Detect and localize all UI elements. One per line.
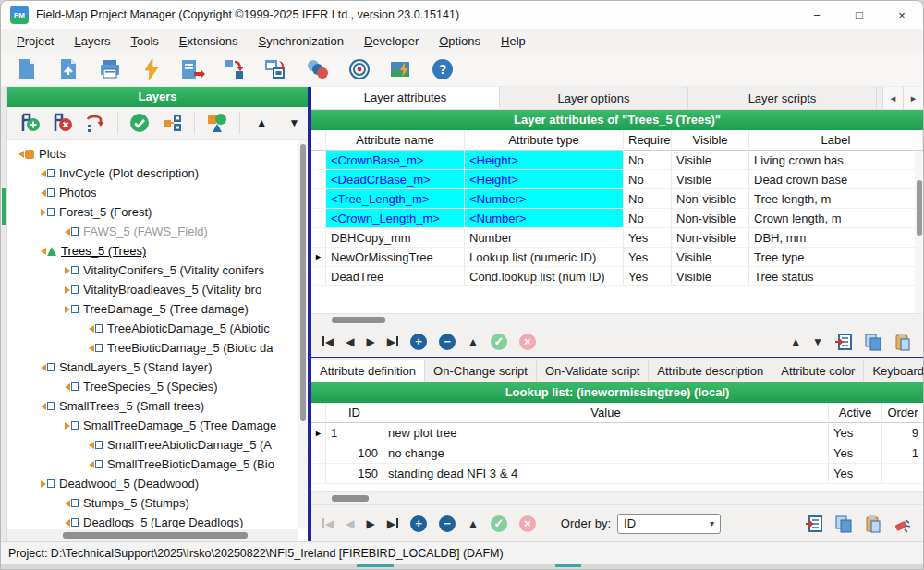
cancel-record-button[interactable]: ×	[519, 334, 536, 350]
first-record-button[interactable]: ◀	[322, 335, 334, 348]
tab-layer-options[interactable]: Layer options	[500, 87, 688, 109]
run-button[interactable]	[139, 56, 164, 82]
tree-vertical-scrollbar[interactable]	[298, 140, 308, 528]
copy-layers-button[interactable]	[263, 56, 289, 82]
menu-tools[interactable]: Tools	[121, 31, 169, 51]
menu-synchronization[interactable]: Synchronization	[248, 31, 354, 51]
tree-item-treedamage5[interactable]: TreeDamage_5 (Tree damage)	[7, 299, 298, 319]
export-button[interactable]	[180, 56, 206, 82]
column-attribute-name[interactable]: Attribute name	[326, 130, 465, 151]
column-id[interactable]: ID	[326, 403, 383, 423]
menu-help[interactable]: Help	[491, 31, 536, 51]
scrollbar-thumb[interactable]	[63, 532, 248, 539]
hierarchy-button[interactable]	[159, 110, 186, 136]
tab-on-validate-script[interactable]: On-Validate script	[537, 360, 649, 382]
menu-options[interactable]: Options	[429, 31, 491, 51]
edit-record-button[interactable]: ▲	[468, 335, 479, 348]
attributes-vertical-scrollbar[interactable]	[915, 151, 923, 313]
tab-layer-attributes[interactable]: Layer attributes	[311, 87, 500, 109]
tab-layer-scripts[interactable]: Layer scripts	[688, 87, 877, 109]
scrollbar-thumb[interactable]	[332, 495, 369, 502]
edit-record-button[interactable]: ▲	[468, 517, 479, 530]
tree-item-deadwood5[interactable]: Deadwood_5 (Deadwood)	[7, 474, 298, 493]
lookup-row[interactable]: 150 standing dead NFI 3 & 4 Yes	[311, 464, 923, 484]
add-layer-button[interactable]	[17, 110, 43, 136]
clear-button[interactable]	[894, 515, 912, 533]
post-record-button[interactable]: ✓	[491, 334, 507, 350]
tree-item-smalltrees5[interactable]: SmallTrees_5 (Small trees)	[7, 396, 298, 416]
tree-item-forest5[interactable]: Forest_5 (Forest)	[7, 202, 298, 222]
tree-item-trees5[interactable]: Trees_5 (Trees)	[7, 241, 298, 261]
maximize-button[interactable]: □	[838, 1, 881, 29]
post-record-button[interactable]: ✓	[491, 515, 507, 532]
tree-item-vitalityconifers5[interactable]: VitalityConifers_5 (Vitality conifers	[7, 261, 298, 280]
copy-button[interactable]	[834, 515, 853, 533]
last-record-button[interactable]: ▶	[387, 335, 398, 348]
tree-horizontal-scrollbar[interactable]	[7, 529, 298, 541]
first-record-button[interactable]: ◀	[322, 517, 334, 530]
tree-item-smalltreebioticdamage5[interactable]: SmallTreeBioticDamage_5 (Bio	[7, 455, 298, 474]
open-project-button[interactable]	[55, 56, 81, 82]
move-layer-down-button[interactable]: ▼	[281, 110, 308, 136]
column-required[interactable]: Required	[624, 130, 672, 151]
delete-record-button[interactable]: −	[439, 334, 456, 350]
lookup-row-current[interactable]: ► 1 new plot tree Yes 9	[311, 423, 923, 443]
minimize-button[interactable]: −	[796, 1, 838, 29]
tree-item-smalltreeabioticdamage5[interactable]: SmallTreeAbioticDamage_5 (A	[7, 435, 298, 455]
paste-button[interactable]	[894, 333, 912, 351]
column-label[interactable]: Label	[749, 130, 923, 151]
attributes-horizontal-scrollbar[interactable]	[311, 313, 923, 326]
attribute-row[interactable]: <CrownBase_m> <Height> No Visible Living…	[311, 151, 923, 170]
tree-item-invcycle[interactable]: InvCycle (Plot description)	[7, 164, 298, 183]
scrollbar-thumb[interactable]	[917, 180, 922, 236]
tree-item-faws5[interactable]: FAWS_5 (FAWS_Field)	[7, 222, 298, 241]
tree-item-treespecies5[interactable]: TreeSpecies_5 (Species)	[7, 377, 298, 396]
paste-button[interactable]	[864, 515, 882, 533]
move-attribute-up-button[interactable]: ▲	[790, 335, 801, 348]
tab-on-change-script[interactable]: On-Change script	[425, 360, 537, 382]
menu-layers[interactable]: Layers	[64, 31, 120, 51]
new-project-button[interactable]	[14, 56, 40, 82]
lookup-row[interactable]: 100 no change Yes 1	[311, 443, 923, 464]
column-order[interactable]: Order	[882, 403, 923, 423]
tab-attribute-description[interactable]: Attribute description	[649, 360, 772, 382]
column-visible[interactable]: Visible	[672, 130, 749, 151]
last-record-button[interactable]: ▶	[387, 517, 398, 530]
column-attribute-type[interactable]: Attribute type	[465, 130, 624, 151]
next-record-button[interactable]: ▶	[366, 517, 374, 530]
cancel-record-button[interactable]: ×	[519, 515, 536, 532]
tree-item-plots[interactable]: Plots	[7, 144, 298, 164]
tab-attribute-color[interactable]: Attribute color	[772, 360, 864, 382]
column-active[interactable]: Active	[829, 403, 882, 423]
delete-record-button[interactable]: −	[439, 515, 456, 532]
attribute-row[interactable]: <DeadCrBase_m> <Height> No Visible Dead …	[311, 170, 923, 189]
tab-keyboard[interactable]: Keyboard	[864, 360, 924, 382]
order-by-dropdown[interactable]: ID ▾	[617, 514, 721, 534]
target-button[interactable]	[346, 56, 372, 82]
menu-developer[interactable]: Developer	[354, 31, 429, 51]
legend-button[interactable]	[305, 56, 331, 82]
attribute-row[interactable]: DeadTree Cond.lookup list (num ID) Yes V…	[311, 267, 923, 286]
attribute-row[interactable]: <Tree_Length_m> <Number> No Non-visible …	[311, 189, 923, 209]
tree-item-deadlogs5[interactable]: Deadlogs_5 (Large Deadlogs)	[7, 513, 298, 528]
menu-extensions[interactable]: Extensions	[169, 31, 249, 51]
attribute-row[interactable]: DBHCopy_mm Number Yes Non-visible DBH, m…	[311, 228, 923, 248]
insert-record-button[interactable]: +	[410, 334, 427, 350]
apply-button[interactable]	[127, 110, 153, 136]
transfer-button[interactable]	[222, 56, 248, 82]
close-button[interactable]: ×	[881, 1, 923, 29]
insert-from-list-button[interactable]	[834, 333, 853, 351]
insert-from-list-button[interactable]	[805, 515, 823, 533]
tree-item-treeabioticdamage5[interactable]: TreeAbioticDamage_5 (Abiotic	[7, 319, 298, 338]
tree-item-smalltreedamage5[interactable]: SmallTreeDamage_5 (Tree Damage	[7, 416, 298, 435]
tab-attribute-definition[interactable]: Attribute definition	[311, 360, 425, 382]
attribute-row[interactable]: <Crown_Length_m> <Number> No Non-visible…	[311, 209, 923, 228]
tree-item-standlayers5[interactable]: StandLayers_5 (Stand layer)	[7, 358, 298, 377]
attribute-row-current[interactable]: ► NewOrMissingTree Lookup list (numeric …	[311, 248, 923, 267]
menu-project[interactable]: Project	[6, 31, 64, 51]
reorder-layers-button[interactable]	[82, 110, 109, 136]
tree-item-stumps5[interactable]: Stumps_5 (Stumps)	[7, 493, 298, 513]
help-button[interactable]: ?	[430, 56, 456, 82]
tree-item-vitalitybroadleaves5[interactable]: VitalityBroadleaves_5 (Vitality bro	[7, 280, 298, 299]
delete-layer-button[interactable]	[49, 110, 76, 136]
